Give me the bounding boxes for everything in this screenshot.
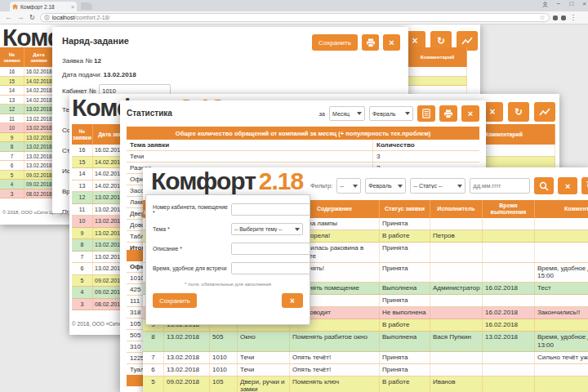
print-button[interactable]: [439, 105, 457, 122]
cell-executor: [430, 352, 483, 363]
cell-executor: Иванов: [430, 376, 483, 392]
request-row[interactable]: 509.02.2018105Двери, ручки и замкиПоменя…: [143, 376, 588, 392]
month-select[interactable]: Февраль: [369, 106, 413, 121]
column-header: Статус заявки: [380, 200, 430, 218]
new-tab-button[interactable]: [81, 2, 92, 10]
cell-no: 10: [0, 123, 24, 132]
filter-status-select[interactable]: -- Статус --: [410, 178, 466, 194]
reload-icon[interactable]: ↻: [29, 15, 35, 21]
line-chart-icon: [539, 107, 550, 117]
cell-done_date: [483, 263, 535, 283]
topic-select[interactable]: -- Выберите тему --: [231, 223, 303, 235]
profile-icon[interactable]: [542, 2, 548, 7]
filter-month-select[interactable]: Февраль: [365, 178, 406, 194]
cell-comment: [535, 319, 588, 331]
cell-comment: [408, 77, 467, 86]
cell-no: 5: [143, 376, 164, 392]
request-row[interactable]: 613.02.20181010ТечиОпять течёт!Принята: [143, 364, 588, 376]
cell-comment: Закончились!!: [535, 307, 588, 318]
cell-no: 9: [0, 133, 24, 142]
cell-no: 4: [0, 180, 24, 189]
cell-done_date: 16.02.2018: [483, 319, 535, 331]
cell-date: 16.02.2018: [24, 67, 54, 76]
cell-date: 13.02.2018: [24, 105, 54, 114]
cell-no: 6: [143, 364, 164, 376]
maximize-icon[interactable]: □: [569, 1, 573, 7]
cabinet-input[interactable]: [231, 203, 310, 216]
save-button[interactable]: Сохранить: [312, 34, 358, 51]
minimize-icon[interactable]: −: [557, 1, 561, 7]
period-select[interactable]: Месяц: [329, 106, 365, 121]
cell-comment: [535, 218, 588, 229]
description-input[interactable]: [231, 243, 310, 255]
chevron-down-icon: [357, 112, 362, 115]
clear-button[interactable]: ×: [558, 177, 577, 194]
cell-executor: Вася Пупкин: [430, 332, 483, 351]
cell-done_date: [483, 352, 535, 363]
cell-done_date: 16.02.2018: [483, 283, 535, 294]
cabinet-label: Номер кабинета, помещение *: [153, 204, 231, 216]
request-row[interactable]: 813.02.2018505ОкноПоменять разбитое окно…: [143, 332, 588, 352]
cell-status: Принята: [380, 352, 430, 363]
extension-icon[interactable]: [561, 16, 566, 20]
cell-date: 14.02.2018: [24, 86, 54, 95]
chart-button[interactable]: [534, 102, 555, 122]
cell-no: 13: [72, 180, 93, 192]
cell-done_date: [483, 218, 535, 229]
cell-no: 6: [72, 263, 93, 274]
browser-tab[interactable]: Комфорт 2.18 ×: [10, 2, 77, 11]
cell-date: 13.02.2018: [24, 123, 54, 132]
cell-date: 13.02.2018: [24, 114, 54, 123]
back-icon[interactable]: ←: [5, 14, 12, 21]
close-icon[interactable]: ×: [582, 1, 586, 7]
chevron-down-icon: [398, 185, 403, 188]
filter-all-select[interactable]: --: [336, 178, 361, 194]
cell-cabinet: 1010: [210, 352, 238, 363]
request-row[interactable]: 713.02.20181010ТечиОпять течёт!ПринятаСи…: [143, 352, 588, 364]
cell-done_date: [483, 243, 535, 262]
close-button[interactable]: ×: [461, 105, 479, 122]
cabinet-field-row: Номер кабинета, помещение *: [153, 203, 303, 216]
cell-executor: [430, 295, 483, 306]
tab-bar: Комфорт 2.18 × − □ ×: [0, 0, 588, 11]
time-field-row: Время, удобное для встречи: [153, 262, 303, 274]
report-button[interactable]: [417, 105, 435, 122]
cell-no: 5: [0, 171, 24, 180]
cell-date: 14.02.2018: [24, 96, 54, 105]
close-button[interactable]: ×: [282, 293, 303, 308]
cell-no: 7: [72, 252, 93, 263]
modal-title: Статистика: [127, 109, 172, 118]
topic-label: Тема *: [153, 226, 231, 232]
close-button[interactable]: ×: [383, 34, 400, 51]
cell-content: Опять течёт!: [290, 352, 380, 363]
cell-no: 4: [72, 287, 93, 298]
tab-close-icon[interactable]: ×: [71, 4, 74, 10]
cell-date: 13.02.2018: [24, 142, 54, 151]
cell-topic: Двери, ручки и замки: [238, 376, 290, 392]
extension-icon[interactable]: [553, 16, 558, 20]
bookmark-star-icon[interactable]: ☆: [540, 14, 546, 21]
cell-date: 13.02.2018: [164, 352, 210, 363]
filter-date-input[interactable]: [470, 178, 530, 194]
cell-no: 8: [0, 142, 24, 151]
save-button[interactable]: Сохранить: [153, 293, 197, 308]
cell-status: Выполнена: [380, 283, 430, 294]
cell-no: 16: [0, 67, 24, 76]
cell-status: Не выполнена: [380, 307, 430, 318]
refresh-button[interactable]: ↻: [581, 177, 588, 194]
address-bar[interactable]: localhost/comfort.2-18/ ☆: [40, 13, 550, 22]
time-input[interactable]: [231, 262, 310, 274]
refresh-button[interactable]: ↻: [508, 102, 529, 122]
search-button[interactable]: [534, 177, 554, 194]
cell-topic: Окно: [238, 332, 290, 351]
cell-no: 12: [72, 192, 93, 203]
column-header: Дата заявки: [24, 47, 54, 67]
cell-status: Выполнена: [380, 332, 430, 351]
column-header: № заявки: [72, 124, 93, 145]
info-icon[interactable]: [44, 15, 50, 20]
stats-cell: Количество: [373, 140, 479, 150]
menu-icon[interactable]: ⋮: [570, 14, 577, 21]
forward-icon[interactable]: →: [17, 14, 24, 21]
print-button[interactable]: [362, 34, 379, 51]
cell-status: Принята: [380, 218, 430, 229]
